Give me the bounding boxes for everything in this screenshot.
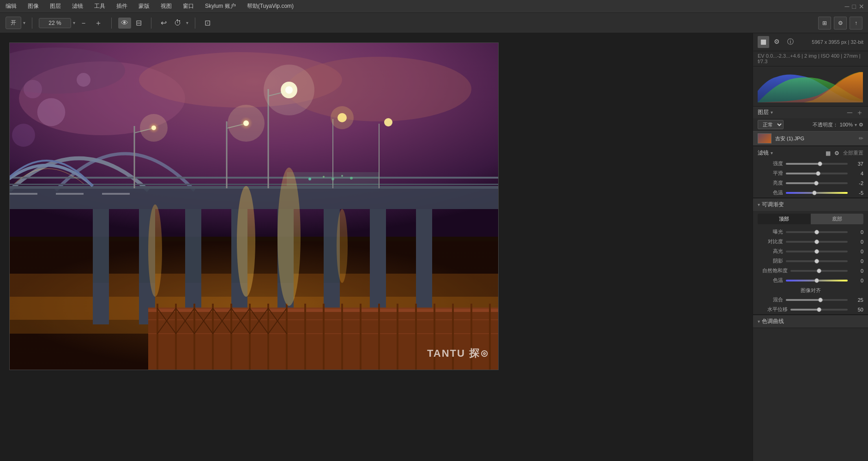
layer-edit-icon[interactable]: ✏ <box>859 135 863 142</box>
menu-filter[interactable]: 滤镜 <box>70 1 85 11</box>
menu-plugin[interactable]: 插件 <box>115 1 129 11</box>
slider-strength-track[interactable] <box>786 163 848 165</box>
history-button[interactable]: ⏱ <box>171 18 184 29</box>
slider-blend-thumb[interactable] <box>818 298 823 302</box>
zoom-out-button[interactable]: － <box>77 18 90 29</box>
layer-blend-row: 正常 不透明度： 100% ▾ ⚙ <box>753 118 868 131</box>
lens-filter-reset-button[interactable]: 全部重置 <box>843 150 863 156</box>
lens-filter-section: 滤镜 ▾ ▦ ⚙ 全部重置 强度 37 平滑 <box>753 146 868 198</box>
slider-brightness-track[interactable] <box>786 182 848 184</box>
open-dropdown-icon[interactable]: ▾ <box>23 20 25 25</box>
undo-button[interactable]: ↩ <box>158 18 169 29</box>
info-panel-icon[interactable]: ⓘ <box>784 36 796 48</box>
slider-highlights-track[interactable] <box>786 251 848 252</box>
tone-curve-title: 色调曲线 <box>762 317 784 325</box>
slider-smooth: 平滑 4 <box>753 168 868 178</box>
histogram-panel-icon[interactable]: ▦ <box>758 36 769 48</box>
menu-tools[interactable]: 工具 <box>92 1 107 11</box>
svg-point-5 <box>37 98 65 126</box>
svg-point-50 <box>384 118 392 126</box>
slider-exposure-thumb[interactable] <box>814 230 819 234</box>
slider-horizontal-shift-label: 水平位移 <box>758 306 788 313</box>
slider-smooth-track[interactable] <box>786 173 848 174</box>
zoom-in-button[interactable]: ＋ <box>92 18 105 29</box>
opacity-label: 不透明度： <box>813 121 838 128</box>
svg-rect-25 <box>93 237 109 283</box>
window-maximize[interactable]: □ <box>852 3 856 10</box>
slider-brightness: 亮度 -2 <box>753 178 868 188</box>
window-minimize[interactable]: ─ <box>845 3 850 10</box>
menu-layer[interactable]: 图层 <box>48 1 63 11</box>
layer-blend-select[interactable]: 正常 <box>758 120 784 129</box>
open-button[interactable]: 开 <box>6 17 21 29</box>
slider-smooth-label: 平滑 <box>758 170 783 177</box>
slider-brightness-thumb[interactable] <box>814 181 819 186</box>
panel-icon-group: ▦ ⚙ ⓘ <box>758 36 796 48</box>
slider-blend-track[interactable] <box>786 299 848 301</box>
layers-plus-button[interactable]: ＋ <box>856 109 863 116</box>
slider-colortemp-thumb[interactable] <box>812 191 817 195</box>
menu-edit[interactable]: 编辑 <box>4 1 18 11</box>
view-compare-button[interactable]: ⊟ <box>133 18 145 29</box>
menu-skylum[interactable]: Skylum 账户 <box>203 1 238 11</box>
gradient-tab-top[interactable]: 顶部 <box>758 214 811 224</box>
slider-contrast-value: 0 <box>850 239 863 245</box>
panel-toggle-grid[interactable]: ⊞ <box>818 17 831 30</box>
svg-point-99 <box>237 186 255 297</box>
slider-horizontal-shift-value: 50 <box>850 307 863 312</box>
slider-horizontal-shift-thumb[interactable] <box>817 307 821 312</box>
slider-shadows-thumb[interactable] <box>814 259 819 263</box>
slider-colortemp-gradient-track[interactable] <box>786 280 848 281</box>
layers-minus-button[interactable]: ─ <box>847 109 852 116</box>
slider-colortemp-gradient-thumb[interactable] <box>814 278 819 283</box>
slider-contrast-track[interactable] <box>786 241 848 243</box>
opacity-dropdown[interactable]: ▾ <box>855 122 857 127</box>
lens-filter-icon2[interactable]: ⚙ <box>834 150 839 156</box>
slider-smooth-fill <box>786 173 818 174</box>
gradient-header[interactable]: ▾ 可调渐变 <box>753 198 868 211</box>
slider-vibrance-track[interactable] <box>790 270 848 272</box>
slider-smooth-thumb[interactable] <box>816 171 820 176</box>
layers-chevron[interactable]: ▾ <box>771 110 773 115</box>
slider-strength-thumb[interactable] <box>818 162 822 166</box>
menu-window[interactable]: 窗口 <box>181 1 196 11</box>
panel-toggle-settings[interactable]: ⚙ <box>834 17 847 30</box>
gradient-tab-bottom[interactable]: 底部 <box>811 214 864 224</box>
slider-brightness-fill <box>786 182 816 184</box>
image-ev-info: EV 0.0...-2.3...+4.6 | 2 img | ISO 400 |… <box>753 51 868 66</box>
adjustment-panel-icon[interactable]: ⚙ <box>771 36 783 48</box>
toolbar: 开 ▾ ▾ － ＋ 👁 ⊟ ↩ ⏱ ▾ ⊡ ⊞ ⚙ ↑ <box>0 13 868 33</box>
zoom-dropdown-icon[interactable]: ▾ <box>73 20 75 25</box>
menu-help[interactable]: 帮助(TuyaVip.com) <box>245 1 295 11</box>
slider-vibrance-thumb[interactable] <box>817 269 821 273</box>
menu-mask[interactable]: 蒙版 <box>137 1 151 11</box>
window-close[interactable]: ✕ <box>859 3 864 10</box>
menu-view[interactable]: 视图 <box>159 1 174 11</box>
svg-rect-13 <box>10 186 499 209</box>
svg-point-101 <box>337 209 348 283</box>
history-dropdown-icon[interactable]: ▾ <box>186 20 188 25</box>
lens-filter-chevron[interactable]: ▾ <box>771 150 773 156</box>
slider-vibrance-label: 自然饱和度 <box>758 267 788 274</box>
tone-curve-header[interactable]: ▾ 色调曲线 <box>753 315 868 328</box>
slider-shadows-track[interactable] <box>786 260 848 262</box>
slider-highlights-thumb[interactable] <box>814 249 819 254</box>
slider-horizontal-shift-track[interactable] <box>790 309 848 311</box>
crop-button[interactable]: ⊡ <box>202 18 213 29</box>
slider-strength-fill <box>786 163 820 165</box>
layers-title: 图层 ▾ <box>758 108 773 116</box>
zoom-input[interactable] <box>39 18 71 28</box>
slider-contrast-thumb[interactable] <box>814 239 819 244</box>
view-normal-button[interactable]: 👁 <box>118 18 131 29</box>
slider-exposure-track[interactable] <box>786 231 848 233</box>
gradient-title: 可调渐变 <box>762 201 784 209</box>
slider-colortemp-track[interactable] <box>786 192 848 194</box>
lens-filter-label: 滤镜 <box>758 149 769 157</box>
layer-name: 吉安 (1).JPG <box>775 135 855 142</box>
layer-settings-icon[interactable]: ⚙ <box>859 122 863 128</box>
export-button[interactable]: ↑ <box>850 17 862 30</box>
tone-curve-section: ▾ 色调曲线 <box>753 315 868 328</box>
lens-filter-icon1[interactable]: ▦ <box>826 150 831 156</box>
toolbar-separator-1 <box>32 18 32 29</box>
menu-image[interactable]: 图像 <box>26 1 41 11</box>
